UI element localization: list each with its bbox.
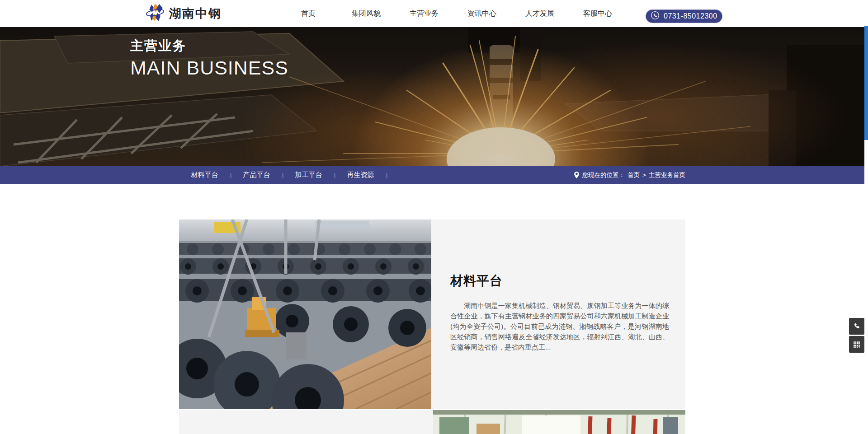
subnav-separator: | [386,172,387,178]
section-body: 湖南中钢是一家集机械制造、钢材贸易、废钢加工等业务为一体的综合性企业，旗下有主营… [450,300,669,352]
scrollbar-thumb[interactable] [864,26,868,140]
hero-title-zh: 主营业务 [130,37,288,55]
section-title: 材料平台 [450,272,669,289]
qr-code-icon [853,341,861,349]
hero-caption: 主营业务 MAIN BUSINESS [130,37,288,79]
section-text-panel [179,410,433,434]
subnav-menu: 材料平台 | 产品平台 | 加工平台 | 再生资源 | [179,166,387,184]
nav-item-news-center[interactable]: 资讯中心 [453,0,511,27]
nav-item-home[interactable]: 首页 [279,0,337,27]
section-material-platform: 材料平台 湖南中钢是一家集机械制造、钢材贸易、废钢加工等业务为一体的综合性企业，… [179,219,685,409]
steel-coils-photo [179,219,431,409]
nav-item-group-profile[interactable]: 集团风貌 [337,0,395,27]
nav-item-service-center[interactable]: 客服中心 [569,0,627,27]
main-navigation: 首页 集团风貌 主营业务 资讯中心 人才发展 客服中心 [279,0,627,27]
location-pin-icon [574,171,580,179]
workshop-photo [433,410,685,434]
nav-item-main-business[interactable]: 主营业务 [395,0,453,27]
breadcrumb-current-link[interactable]: 主营业务首页 [649,171,685,179]
floating-side-tools [849,318,864,353]
subnav-item-processing-platform[interactable]: 加工平台 [283,171,334,179]
section-next-platform [179,410,685,434]
top-navbar: 湖南中钢 首页 集团风貌 主营业务 资讯中心 人才发展 客服中心 0731-85… [0,0,864,27]
phone-number: 0731-85012300 [664,12,717,20]
subnav-item-material-platform[interactable]: 材料平台 [179,171,230,179]
contact-phone-button[interactable] [849,318,864,335]
page: 湖南中钢 首页 集团风貌 主营业务 资讯中心 人才发展 客服中心 0731-85… [0,0,868,434]
subnav-item-product-platform[interactable]: 产品平台 [231,171,282,179]
subnav-bar: 材料平台 | 产品平台 | 加工平台 | 再生资源 | 您现在的位置： 首页 >… [0,166,864,184]
breadcrumb: 您现在的位置： 首页 > 主营业务首页 [574,166,685,184]
phone-number-pill[interactable]: 0731-85012300 [646,9,722,23]
section-text-panel: 材料平台 湖南中钢是一家集机械制造、钢材贸易、废钢加工等业务为一体的综合性企业，… [431,219,685,409]
phone-icon [853,322,861,331]
breadcrumb-prefix: 您现在的位置： [582,171,625,179]
page-scrollbar [864,0,868,434]
brand-name: 湖南中钢 [169,5,222,22]
company-logo-icon [146,2,165,25]
hero-banner: 主营业务 MAIN BUSINESS [0,27,864,166]
breadcrumb-home-link[interactable]: 首页 [627,171,640,179]
hero-title-en: MAIN BUSINESS [130,57,288,79]
nav-item-talent[interactable]: 人才发展 [511,0,569,27]
hero-banner-image [0,27,864,166]
qr-code-button[interactable] [849,336,864,353]
brand-logo[interactable]: 湖南中钢 [146,0,222,27]
subnav-item-recycled-resources[interactable]: 再生资源 [335,171,386,179]
phone-icon [651,11,660,22]
main-content: 材料平台 湖南中钢是一家集机械制造、钢材贸易、废钢加工等业务为一体的综合性企业，… [0,219,864,434]
breadcrumb-separator: > [642,172,646,178]
